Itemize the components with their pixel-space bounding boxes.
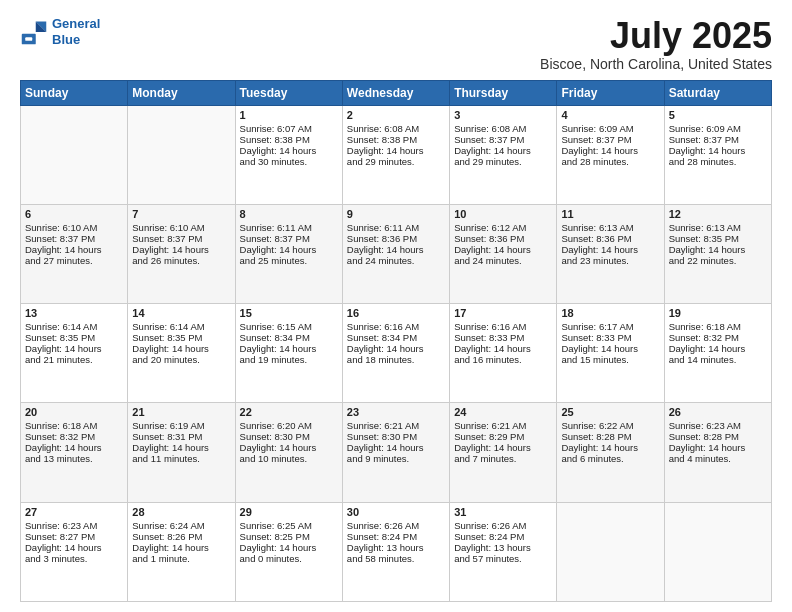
logo-icon xyxy=(20,18,48,46)
day-info-line: Daylight: 14 hours xyxy=(561,343,659,354)
day-info-line: Sunrise: 6:14 AM xyxy=(132,321,230,332)
page: General Blue July 2025 Biscoe, North Car… xyxy=(0,0,792,612)
day-info-line: Sunset: 8:24 PM xyxy=(454,531,552,542)
calendar-cell: 7Sunrise: 6:10 AMSunset: 8:37 PMDaylight… xyxy=(128,204,235,303)
day-number: 20 xyxy=(25,406,123,418)
day-number: 9 xyxy=(347,208,445,220)
calendar-header: Sunday Monday Tuesday Wednesday Thursday… xyxy=(21,80,772,105)
calendar-cell: 27Sunrise: 6:23 AMSunset: 8:27 PMDayligh… xyxy=(21,502,128,601)
col-monday: Monday xyxy=(128,80,235,105)
day-info-line: Sunrise: 6:21 AM xyxy=(347,420,445,431)
day-number: 24 xyxy=(454,406,552,418)
day-info-line: Daylight: 14 hours xyxy=(25,542,123,553)
calendar-cell: 16Sunrise: 6:16 AMSunset: 8:34 PMDayligh… xyxy=(342,304,449,403)
col-wednesday: Wednesday xyxy=(342,80,449,105)
day-number: 1 xyxy=(240,109,338,121)
calendar-cell: 1Sunrise: 6:07 AMSunset: 8:38 PMDaylight… xyxy=(235,105,342,204)
day-info-line: and 28 minutes. xyxy=(561,156,659,167)
title-block: July 2025 Biscoe, North Carolina, United… xyxy=(540,16,772,72)
day-info-line: and 1 minute. xyxy=(132,553,230,564)
day-info-line: and 4 minutes. xyxy=(669,453,767,464)
calendar-cell: 25Sunrise: 6:22 AMSunset: 8:28 PMDayligh… xyxy=(557,403,664,502)
day-info-line: Sunset: 8:29 PM xyxy=(454,431,552,442)
calendar-cell: 19Sunrise: 6:18 AMSunset: 8:32 PMDayligh… xyxy=(664,304,771,403)
day-info-line: Sunset: 8:35 PM xyxy=(132,332,230,343)
calendar-body: 1Sunrise: 6:07 AMSunset: 8:38 PMDaylight… xyxy=(21,105,772,601)
calendar-cell: 17Sunrise: 6:16 AMSunset: 8:33 PMDayligh… xyxy=(450,304,557,403)
day-info-line: Daylight: 13 hours xyxy=(454,542,552,553)
calendar-cell: 31Sunrise: 6:26 AMSunset: 8:24 PMDayligh… xyxy=(450,502,557,601)
calendar-cell: 18Sunrise: 6:17 AMSunset: 8:33 PMDayligh… xyxy=(557,304,664,403)
day-info-line: Daylight: 14 hours xyxy=(347,442,445,453)
calendar-cell: 28Sunrise: 6:24 AMSunset: 8:26 PMDayligh… xyxy=(128,502,235,601)
day-info-line: Daylight: 14 hours xyxy=(454,442,552,453)
day-number: 14 xyxy=(132,307,230,319)
calendar-cell: 13Sunrise: 6:14 AMSunset: 8:35 PMDayligh… xyxy=(21,304,128,403)
day-info-line: Sunrise: 6:08 AM xyxy=(347,123,445,134)
day-info-line: Sunset: 8:37 PM xyxy=(561,134,659,145)
day-number: 3 xyxy=(454,109,552,121)
calendar-cell: 26Sunrise: 6:23 AMSunset: 8:28 PMDayligh… xyxy=(664,403,771,502)
day-number: 7 xyxy=(132,208,230,220)
day-info-line: Sunrise: 6:23 AM xyxy=(25,520,123,531)
day-info-line: Daylight: 14 hours xyxy=(561,244,659,255)
calendar-cell xyxy=(664,502,771,601)
day-number: 27 xyxy=(25,506,123,518)
day-number: 16 xyxy=(347,307,445,319)
day-info-line: and 57 minutes. xyxy=(454,553,552,564)
day-info-line: Sunrise: 6:07 AM xyxy=(240,123,338,134)
day-info-line: Sunset: 8:37 PM xyxy=(240,233,338,244)
day-info-line: Daylight: 14 hours xyxy=(240,244,338,255)
calendar-cell: 30Sunrise: 6:26 AMSunset: 8:24 PMDayligh… xyxy=(342,502,449,601)
day-info-line: and 13 minutes. xyxy=(25,453,123,464)
day-info-line: Sunset: 8:27 PM xyxy=(25,531,123,542)
day-info-line: and 58 minutes. xyxy=(347,553,445,564)
day-info-line: Sunset: 8:30 PM xyxy=(240,431,338,442)
day-info-line: Daylight: 14 hours xyxy=(240,442,338,453)
day-number: 19 xyxy=(669,307,767,319)
calendar-cell: 8Sunrise: 6:11 AMSunset: 8:37 PMDaylight… xyxy=(235,204,342,303)
week-row-4: 20Sunrise: 6:18 AMSunset: 8:32 PMDayligh… xyxy=(21,403,772,502)
day-info-line: Daylight: 14 hours xyxy=(669,145,767,156)
day-info-line: Sunset: 8:34 PM xyxy=(240,332,338,343)
day-info-line: and 29 minutes. xyxy=(347,156,445,167)
day-info-line: Daylight: 14 hours xyxy=(347,343,445,354)
day-info-line: Sunrise: 6:16 AM xyxy=(347,321,445,332)
day-info-line: Sunrise: 6:11 AM xyxy=(347,222,445,233)
day-info-line: and 0 minutes. xyxy=(240,553,338,564)
week-row-3: 13Sunrise: 6:14 AMSunset: 8:35 PMDayligh… xyxy=(21,304,772,403)
day-info-line: Sunset: 8:34 PM xyxy=(347,332,445,343)
calendar-cell: 12Sunrise: 6:13 AMSunset: 8:35 PMDayligh… xyxy=(664,204,771,303)
calendar-cell: 20Sunrise: 6:18 AMSunset: 8:32 PMDayligh… xyxy=(21,403,128,502)
day-info-line: Sunset: 8:25 PM xyxy=(240,531,338,542)
day-number: 2 xyxy=(347,109,445,121)
week-row-2: 6Sunrise: 6:10 AMSunset: 8:37 PMDaylight… xyxy=(21,204,772,303)
day-info-line: Sunset: 8:32 PM xyxy=(669,332,767,343)
col-sunday: Sunday xyxy=(21,80,128,105)
day-info-line: Sunrise: 6:11 AM xyxy=(240,222,338,233)
day-info-line: Daylight: 14 hours xyxy=(132,442,230,453)
day-info-line: Daylight: 14 hours xyxy=(240,145,338,156)
day-info-line: Sunrise: 6:26 AM xyxy=(454,520,552,531)
day-info-line: Sunset: 8:33 PM xyxy=(561,332,659,343)
day-number: 17 xyxy=(454,307,552,319)
calendar-cell: 14Sunrise: 6:14 AMSunset: 8:35 PMDayligh… xyxy=(128,304,235,403)
day-info-line: Daylight: 14 hours xyxy=(669,442,767,453)
day-info-line: Daylight: 14 hours xyxy=(669,244,767,255)
day-info-line: Daylight: 14 hours xyxy=(561,145,659,156)
day-info-line: Daylight: 13 hours xyxy=(347,542,445,553)
day-info-line: Daylight: 14 hours xyxy=(25,343,123,354)
day-info-line: Daylight: 14 hours xyxy=(561,442,659,453)
calendar-cell xyxy=(557,502,664,601)
calendar-cell: 15Sunrise: 6:15 AMSunset: 8:34 PMDayligh… xyxy=(235,304,342,403)
day-info-line: Daylight: 14 hours xyxy=(240,343,338,354)
day-info-line: Sunrise: 6:16 AM xyxy=(454,321,552,332)
calendar-cell: 5Sunrise: 6:09 AMSunset: 8:37 PMDaylight… xyxy=(664,105,771,204)
day-info-line: Sunrise: 6:09 AM xyxy=(561,123,659,134)
day-info-line: Sunrise: 6:21 AM xyxy=(454,420,552,431)
day-info-line: Sunrise: 6:26 AM xyxy=(347,520,445,531)
logo: General Blue xyxy=(20,16,100,47)
day-info-line: and 6 minutes. xyxy=(561,453,659,464)
col-tuesday: Tuesday xyxy=(235,80,342,105)
day-number: 6 xyxy=(25,208,123,220)
